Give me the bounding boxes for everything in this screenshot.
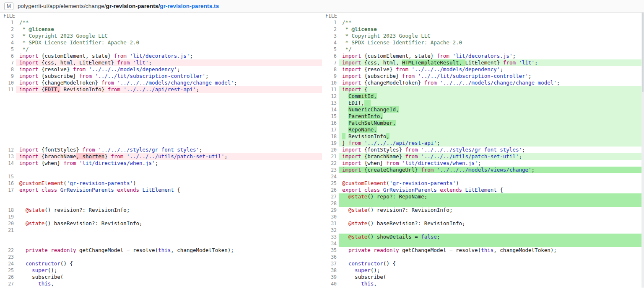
line-number[interactable]: 18 [322,133,339,140]
code-line: @state() revision?: RevisionInfo; [339,207,644,213]
line-number[interactable]: 4 [0,39,16,46]
line-number[interactable]: 31 [322,220,339,227]
line-number[interactable]: 24 [0,260,16,267]
diff-row: 10import {changeModelToken} from '../../… [0,80,322,86]
diff-row: 31 @state() baseRevision?: RevisionInfo; [322,220,644,227]
line-number[interactable]: 16 [0,180,16,187]
line-number[interactable]: 9 [0,73,16,80]
line-number[interactable]: 40 [322,280,339,287]
line-number[interactable]: 12 [0,147,16,153]
line-number[interactable]: 30 [322,213,339,220]
line-number[interactable]: 28 [322,200,339,207]
diff-row: 18 RevisionInfo, [322,133,644,140]
diff-row: 13import {branchName, shorten} from '../… [0,153,322,160]
line-number[interactable]: 7 [0,59,16,66]
diff-row: 14 NumericChangeId, [322,106,644,113]
code-line [16,126,322,133]
code-line [16,200,322,207]
diff-row [0,113,322,120]
line-number[interactable]: 5 [0,46,16,53]
line-number[interactable]: 14 [0,160,16,167]
line-number[interactable]: 16 [322,120,339,126]
line-number[interactable]: 18 [0,207,16,213]
line-number[interactable]: 37 [322,260,339,267]
diff-row: 27 @state() repo?: RepoName; [322,193,644,200]
code-line: import {css, html, LitElement} from 'lit… [16,59,322,66]
diff-row: 16 PatchSetNumber, [322,120,644,126]
line-number[interactable]: 23 [0,254,16,260]
diff-row: 34 [322,240,644,247]
diff-row: 29 @state() revision?: RevisionInfo; [322,207,644,213]
line-number [0,234,16,240]
line-number[interactable]: 1 [0,19,16,26]
line-number[interactable]: 34 [322,240,339,247]
line-number[interactable]: 25 [322,180,339,187]
line-number[interactable]: 8 [322,66,339,73]
line-number[interactable]: 5 [322,46,339,53]
line-number[interactable]: 23 [322,167,339,173]
line-number[interactable]: 19 [0,213,16,220]
code-line: NumericChangeId, [339,106,644,113]
scrollbar-thumb[interactable] [642,13,644,92]
code-line: PatchSetNumber, [339,120,644,126]
line-number[interactable]: 17 [322,126,339,133]
line-number[interactable]: 15 [322,113,339,120]
line-number[interactable]: 6 [322,53,339,59]
code-line: @state() baseRevision?: RevisionInfo; [16,220,322,227]
line-number[interactable]: 2 [0,26,16,33]
vertical-scrollbar[interactable] [641,13,644,288]
line-number[interactable]: 22 [322,160,339,167]
line-number[interactable]: 7 [322,59,339,66]
diff-pane-base: FILE 1/**2 * @license3 * Copyright 2023 … [0,13,322,287]
line-number[interactable]: 3 [322,33,339,39]
diff-row: 23import {createChangeUrl} from '../../.… [322,167,644,173]
line-number[interactable]: 1 [322,19,339,26]
line-number[interactable]: 17 [0,187,16,193]
line-number[interactable]: 13 [0,153,16,160]
line-number[interactable]: 26 [0,274,16,280]
line-number[interactable]: 33 [322,234,339,240]
line-number[interactable]: 20 [322,147,339,153]
line-number[interactable]: 27 [322,193,339,200]
line-number[interactable]: 9 [322,73,339,80]
code-line [16,100,322,106]
code-line [16,140,322,147]
line-number[interactable]: 13 [322,100,339,106]
line-number[interactable]: 39 [322,274,339,280]
line-number[interactable]: 22 [0,247,16,254]
line-number[interactable]: 29 [322,207,339,213]
code-line: ParentInfo, [339,113,644,120]
line-number[interactable]: 2 [322,26,339,33]
line-number[interactable]: 26 [322,187,339,193]
line-number[interactable]: 21 [0,227,16,234]
line-number[interactable]: 10 [322,80,339,86]
line-number[interactable]: 36 [322,254,339,260]
line-number[interactable]: 20 [0,220,16,227]
line-number[interactable]: 3 [0,33,16,39]
line-number[interactable]: 11 [0,86,16,93]
line-number[interactable]: 6 [0,53,16,59]
code-line: */ [339,46,644,53]
line-number[interactable]: 38 [322,267,339,274]
line-number[interactable]: 21 [322,153,339,160]
line-number[interactable]: 25 [0,267,16,274]
code-line: private readonly getChangeModel = resolv… [16,247,322,254]
file-path-link[interactable]: gr-revision-parents.ts [160,3,219,9]
line-number[interactable]: 27 [0,280,16,287]
line-number[interactable]: 32 [322,227,339,234]
line-number[interactable]: 10 [0,80,16,86]
line-number[interactable]: 35 [322,247,339,254]
line-number[interactable]: 12 [322,93,339,100]
line-number[interactable]: 19 [322,140,339,147]
line-number[interactable]: 24 [322,173,339,180]
line-number[interactable]: 15 [0,173,16,180]
file-path-prefix: polygerrit-ui/app/elements/change/ [18,3,106,9]
line-number[interactable]: 8 [0,66,16,73]
line-number[interactable]: 11 [322,86,339,93]
diff-row: 2 * @license [0,26,322,33]
line-number[interactable]: 4 [322,39,339,46]
code-line: constructor() { [339,260,644,267]
diff-row: 2 * @license [322,26,644,33]
diff-row: 26export class GrRevisionParents extends… [322,187,644,193]
line-number[interactable]: 14 [322,106,339,113]
